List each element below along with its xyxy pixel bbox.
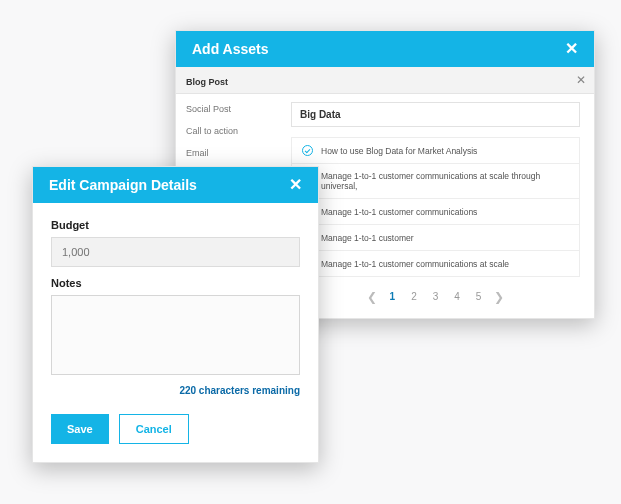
asset-row-label: Manage 1-to-1 customer communications at… (321, 259, 509, 269)
sidebar-item-cta[interactable]: Call to action (176, 120, 291, 142)
pager-page[interactable]: 3 (430, 289, 442, 304)
assets-tab-row: Blog Post ✕ (176, 67, 594, 94)
asset-row[interactable]: How to use Blog Data for Market Analysis (291, 137, 580, 164)
asset-list: How to use Blog Data for Market Analysis… (291, 137, 580, 277)
budget-label: Budget (51, 219, 300, 231)
pager-prev-icon[interactable]: ❮ (367, 290, 377, 304)
pager-page[interactable]: 4 (451, 289, 463, 304)
notes-label: Notes (51, 277, 300, 289)
pager-next-icon[interactable]: ❯ (494, 290, 504, 304)
sidebar-item-email[interactable]: Email (176, 142, 291, 164)
assets-main: How to use Blog Data for Market Analysis… (291, 94, 594, 318)
edit-campaign-title: Edit Campaign Details (49, 177, 197, 193)
close-icon[interactable]: ✕ (289, 177, 302, 193)
save-button[interactable]: Save (51, 414, 109, 444)
asset-row-label: Manage 1-to-1 customer (321, 233, 414, 243)
asset-row-label: Manage 1-to-1 customer communications at… (321, 171, 569, 191)
cancel-button[interactable]: Cancel (119, 414, 189, 444)
notes-textarea[interactable] (51, 295, 300, 375)
asset-row-label: Manage 1-to-1 customer communications (321, 207, 477, 217)
sidebar-item-blog-post[interactable]: Blog Post (176, 71, 291, 93)
add-assets-title: Add Assets (192, 41, 269, 57)
asset-row[interactable]: Manage 1-to-1 customer communications at… (291, 251, 580, 277)
add-assets-header: Add Assets ✕ (176, 31, 594, 67)
check-icon[interactable] (302, 145, 313, 156)
pager: ❮ 1 2 3 4 5 ❯ (291, 289, 580, 304)
edit-campaign-modal: Edit Campaign Details ✕ Budget Notes 220… (32, 166, 319, 463)
edit-campaign-header: Edit Campaign Details ✕ (33, 167, 318, 203)
pager-page[interactable]: 2 (408, 289, 420, 304)
sidebar-item-social-post[interactable]: Social Post (176, 98, 291, 120)
pager-page[interactable]: 5 (473, 289, 485, 304)
assets-search-input[interactable] (291, 102, 580, 127)
asset-row[interactable]: Manage 1-to-1 customer communications (291, 199, 580, 225)
asset-row-label: How to use Blog Data for Market Analysis (321, 146, 477, 156)
pager-page[interactable]: 1 (387, 289, 399, 304)
budget-input[interactable] (51, 237, 300, 267)
tab-close-icon[interactable]: ✕ (576, 73, 586, 87)
asset-row[interactable]: Manage 1-to-1 customer (291, 225, 580, 251)
close-icon[interactable]: ✕ (565, 41, 578, 57)
chars-remaining: 220 characters remaining (51, 385, 300, 396)
asset-row[interactable]: Manage 1-to-1 customer communications at… (291, 164, 580, 199)
action-row: Save Cancel (51, 414, 300, 444)
